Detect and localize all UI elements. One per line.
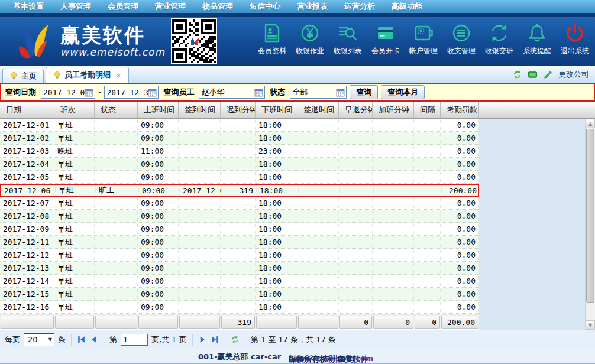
column-header-1[interactable]: 日期	[0, 102, 54, 118]
table-row[interactable]: 2017-12-11早班09:0018:000.00	[0, 236, 479, 249]
table-row[interactable]: 2017-12-05早班09:0018:000.00	[0, 171, 479, 184]
toolbar-item[interactable]: 收银列表	[329, 22, 367, 60]
table-row[interactable]: 2017-12-09早班09:0018:000.00	[0, 223, 479, 236]
prev-page-icon[interactable]	[89, 335, 98, 344]
menubar-item[interactable]: 营业管理	[147, 1, 194, 12]
table-row[interactable]: 2017-12-15早班09:0018:000.00	[0, 288, 479, 301]
table-row[interactable]: 2017-12-08早班09:0018:000.00	[0, 210, 479, 223]
top-menubar: 基本设置人事管理会员管理营业管理物品管理短信中心营业报表运营分析高级功能	[0, 0, 595, 13]
calendar-icon[interactable]	[148, 88, 157, 97]
toolbar-item[interactable]: 收支管理	[442, 22, 480, 60]
toolbar-item[interactable]: 收银作业	[291, 22, 329, 60]
menubar-item[interactable]: 会员管理	[99, 1, 147, 12]
first-page-icon[interactable]	[77, 335, 86, 344]
date-from-input[interactable]	[43, 88, 85, 97]
search-button[interactable]: 查询	[350, 85, 378, 99]
toolbar-item[interactable]: 会员资料	[253, 22, 291, 60]
menubar-item[interactable]: 短信中心	[241, 1, 289, 12]
table-row[interactable]: 2017-12-02早班09:0018:000.00	[0, 132, 479, 145]
cell: 2017-12-03	[0, 145, 54, 157]
toolbar-item[interactable]: 系统提醒	[518, 22, 556, 60]
scroll-up-icon[interactable]: ▲	[586, 119, 595, 128]
vertical-scrollbar[interactable]: ▲ ▼	[585, 119, 595, 330]
next-page-icon[interactable]	[198, 335, 207, 344]
column-header-8[interactable]: 签退时间	[298, 102, 339, 118]
table-row[interactable]: 2017-12-13早班09:0018:000.00	[0, 262, 479, 275]
brand-logo-icon	[15, 20, 57, 63]
menubar-item[interactable]: 高级功能	[383, 1, 431, 12]
column-header-10[interactable]: 加班分钟	[373, 102, 414, 118]
tab-home[interactable]: 主页	[2, 69, 44, 83]
table-row[interactable]: 2017-12-03晚班11:0023:000.00	[0, 145, 479, 158]
summary-cell	[138, 316, 178, 329]
employee-input[interactable]	[201, 88, 254, 97]
column-header-2[interactable]: 班次	[54, 102, 95, 118]
cell	[414, 197, 441, 209]
column-header-6[interactable]: 迟到分钟	[221, 102, 256, 118]
status-input[interactable]	[292, 88, 336, 97]
status-footer: 001-赢美总部 car-car 版权所有 广州赢美软件www.emeisoft…	[0, 349, 595, 364]
column-header-3[interactable]: 状态	[95, 102, 138, 118]
date-to-input[interactable]	[106, 88, 148, 97]
toolbar-item[interactable]: 收银交班	[480, 22, 518, 60]
screen-icon[interactable]	[528, 70, 538, 80]
column-header-4[interactable]: 上班时间	[138, 102, 179, 118]
divider	[245, 334, 245, 346]
search-this-month-button[interactable]: 查询本月	[381, 85, 425, 99]
column-header-7[interactable]: 下班时间	[256, 102, 298, 118]
tab-close-icon[interactable]: ×	[115, 71, 122, 80]
pencil-icon[interactable]	[543, 70, 553, 80]
tab-attendance-detail[interactable]: 员工考勤明细 ×	[46, 67, 129, 83]
change-company-link[interactable]: 更改公司	[558, 69, 589, 80]
toolbar-item[interactable]: 会员开卡	[367, 22, 405, 60]
picker-icon[interactable]	[254, 88, 263, 97]
column-header-11[interactable]: 间隔	[414, 102, 441, 118]
cell	[298, 249, 339, 261]
toolbar-item-label: 退出系统	[561, 46, 589, 56]
table-row-highlighted[interactable]: 2017-12-06早班旷工09:002017-12-0631918:00200…	[0, 184, 479, 197]
menubar-item[interactable]: 物品管理	[194, 1, 241, 12]
table-row[interactable]: 2017-12-16早班09:0018:000.00	[0, 301, 479, 314]
menubar-item[interactable]: 人事管理	[52, 1, 99, 12]
cell	[95, 275, 138, 287]
last-page-icon[interactable]	[211, 335, 219, 344]
scrollbar-thumb[interactable]	[586, 129, 594, 303]
per-page-select[interactable]: 20 ▼	[24, 333, 54, 346]
menubar-item[interactable]: 基本设置	[5, 1, 52, 12]
cell	[221, 275, 256, 287]
menubar-item[interactable]: 营业报表	[289, 1, 336, 12]
tabbar: 主页 员工考勤明细 × 更改公司	[0, 66, 595, 83]
scrollbar-track[interactable]	[586, 303, 595, 320]
toolbar-item[interactable]: 退出系统	[556, 22, 594, 60]
scroll-down-icon[interactable]: ▼	[586, 320, 595, 330]
toolbar-item[interactable]: 帐户管理	[405, 22, 442, 60]
cell	[414, 288, 441, 300]
column-header-12[interactable]: 考勤罚款	[441, 102, 479, 118]
table-row[interactable]: 2017-12-04早班09:0018:000.00	[0, 158, 479, 171]
cell	[221, 288, 256, 300]
column-header-5[interactable]: 签到时间	[179, 102, 221, 118]
table-row[interactable]: 2017-12-14早班09:0018:000.00	[0, 275, 479, 288]
cell: 早班	[54, 223, 95, 235]
summary-cell	[179, 316, 220, 329]
calendar-icon[interactable]	[85, 88, 93, 97]
menubar-item[interactable]: 运营分析	[336, 1, 383, 12]
lines-circle-icon	[451, 22, 472, 44]
cell	[339, 132, 373, 144]
toolbar-item-label: 帐户管理	[409, 46, 438, 56]
table-row[interactable]: 2017-12-01早班09:0018:000.00	[0, 119, 479, 132]
refresh-icon[interactable]	[231, 335, 240, 344]
column-header-9[interactable]: 早退分钟	[339, 102, 373, 118]
cell	[298, 210, 339, 222]
picker-icon[interactable]	[336, 88, 345, 97]
table-row[interactable]: 2017-12-07早班09:0018:000.00	[0, 197, 479, 210]
summary-row: 319000200.00	[0, 314, 479, 329]
cell	[339, 210, 373, 222]
table-row[interactable]: 2017-12-12早班09:0018:000.00	[0, 249, 479, 262]
page-number-input[interactable]	[121, 334, 148, 346]
cell: 早班	[54, 288, 95, 300]
cell	[339, 158, 373, 170]
refresh-icon[interactable]	[512, 70, 522, 80]
cell	[298, 171, 339, 183]
summary-cell: 200.00	[441, 316, 478, 329]
